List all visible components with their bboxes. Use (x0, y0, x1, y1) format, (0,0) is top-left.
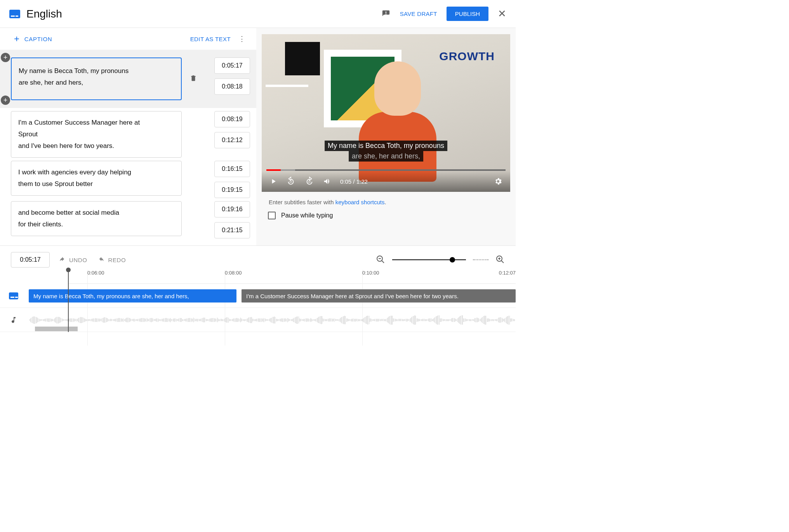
horizontal-scrollbar[interactable] (35, 327, 78, 331)
time-column: 0:19:16 0:21:15 (214, 201, 250, 238)
audio-track-body[interactable] (27, 308, 516, 332)
caption-overlay: My name is Becca Toth, my pronouns are s… (325, 141, 447, 162)
save-draft-button[interactable]: SAVE DRAFT (400, 10, 437, 17)
add-caption-above-button[interactable]: + (1, 53, 10, 62)
zoom-out-button[interactable] (376, 255, 385, 265)
keyboard-hint: Enter subtitles faster with keyboard sho… (256, 192, 516, 209)
zoom-controls (376, 255, 505, 265)
cc-line-1: My name is Becca Toth, my pronouns (325, 141, 447, 151)
add-caption-below-button[interactable]: + (1, 96, 10, 105)
header: English SAVE DRAFT PUBLISH ✕ (0, 0, 516, 28)
add-caption-button[interactable]: + CAPTION (14, 33, 52, 44)
redo-button[interactable]: REDO (97, 257, 126, 263)
caption-clip[interactable]: My name is Becca Toth, my pronouns are s… (29, 289, 236, 303)
more-options-button[interactable]: ⋮ (238, 35, 245, 43)
timeline-toolbar: 0:05:17 UNDO REDO (0, 250, 516, 270)
start-time-input[interactable]: 0:16:15 (214, 161, 250, 177)
zoom-in-button[interactable] (495, 255, 505, 265)
pause-while-typing-label: Pause while typing (281, 212, 333, 219)
end-time-input[interactable]: 0:19:15 (214, 182, 250, 198)
forward-10-button[interactable]: 10 (304, 176, 315, 186)
publish-button[interactable]: PUBLISH (447, 7, 488, 21)
svg-line-6 (501, 261, 504, 263)
video-controls: 10 10 0:05 / 1:22 (262, 171, 510, 192)
subtitles-icon (9, 10, 20, 18)
time-column: 0:08:19 0:12:12 (214, 111, 250, 148)
video-frame: GROWTH (262, 34, 510, 192)
time-column: 0:05:17 0:08:18 (214, 57, 250, 95)
subtitles-track-icon (0, 292, 27, 299)
end-time-input[interactable]: 0:08:18 (214, 78, 250, 95)
timeline-ruler[interactable]: 0:06:00 0:08:00 0:10:00 0:12:07 (68, 270, 516, 284)
keyboard-shortcuts-link[interactable]: keyboard shortcuts (335, 199, 385, 205)
ruler-mark: 0:08:00 (225, 270, 242, 276)
undo-redo-group: UNDO REDO (58, 257, 126, 263)
caption-row: and become better at social media for th… (11, 201, 250, 238)
close-button[interactable]: ✕ (498, 8, 506, 20)
svg-text:10: 10 (308, 181, 311, 183)
caption-text-input[interactable]: I work with agencies every day helping t… (11, 161, 182, 196)
caption-row: + + My name is Becca Toth, my pronouns a… (0, 50, 256, 108)
caption-row: I work with agencies every day helping t… (11, 161, 250, 198)
caption-text-input[interactable]: and become better at social media for th… (11, 201, 182, 236)
end-time-input[interactable]: 0:12:12 (214, 132, 250, 148)
rewind-10-button[interactable]: 10 (286, 176, 296, 186)
time-column: 0:16:15 0:19:15 (214, 161, 250, 198)
svg-line-3 (382, 261, 384, 263)
right-panel: GROWTH My name is Becca Toth, my pronoun… (256, 28, 516, 245)
edit-as-text-button[interactable]: EDIT AS TEXT (190, 36, 231, 42)
play-button[interactable] (269, 177, 277, 185)
start-time-input[interactable]: 0:08:19 (214, 111, 250, 127)
timeline: 0:05:17 UNDO REDO 0:06:00 0:08:00 0:10:0… (0, 245, 516, 348)
left-panel: + CAPTION EDIT AS TEXT ⋮ + + My name is … (0, 28, 256, 245)
page-title: English (26, 8, 62, 20)
caption-text-input[interactable]: My name is Becca Toth, my pronouns are s… (11, 57, 182, 100)
pause-while-typing-row: Pause while typing (256, 209, 516, 223)
timeline-current-time[interactable]: 0:05:17 (11, 252, 50, 268)
caption-clip[interactable]: I'm a Customer Success Manager here at S… (242, 289, 516, 303)
ruler-mark: 0:06:00 (87, 270, 104, 276)
main: + CAPTION EDIT AS TEXT ⋮ + + My name is … (0, 28, 516, 245)
caption-row: I'm a Customer Success Manager here at S… (11, 111, 250, 158)
zoom-slider[interactable] (392, 259, 466, 260)
plus-icon: + (14, 33, 20, 44)
captions-track: My name is Becca Toth, my pronouns are s… (0, 284, 516, 308)
add-caption-label: CAPTION (24, 36, 52, 42)
playhead[interactable] (68, 270, 69, 332)
captions-list[interactable]: + + My name is Becca Toth, my pronouns a… (0, 50, 256, 245)
video-player[interactable]: GROWTH My name is Becca Toth, my pronoun… (262, 34, 510, 192)
left-toolbar: + CAPTION EDIT AS TEXT ⋮ (0, 28, 256, 50)
start-time-input[interactable]: 0:05:17 (214, 57, 250, 74)
timeline-tracks: My name is Becca Toth, my pronouns are s… (0, 284, 516, 332)
start-time-input[interactable]: 0:19:16 (214, 201, 250, 217)
header-actions: SAVE DRAFT PUBLISH ✕ (381, 7, 506, 21)
waveform (27, 314, 516, 326)
ruler-mark: 0:10:00 (362, 270, 379, 276)
music-note-icon (0, 315, 27, 325)
pause-while-typing-checkbox[interactable] (268, 212, 276, 219)
feedback-icon[interactable] (381, 9, 391, 19)
settings-button[interactable] (494, 177, 502, 186)
delete-caption-button[interactable] (188, 74, 199, 84)
undo-button[interactable]: UNDO (58, 257, 87, 263)
caption-text-input[interactable]: I'm a Customer Success Manager here at S… (11, 111, 182, 158)
volume-button[interactable] (323, 177, 332, 186)
svg-text:10: 10 (289, 181, 292, 183)
video-time-label: 0:05 / 1:22 (340, 178, 368, 185)
header-left: English (9, 8, 62, 20)
captions-track-body[interactable]: My name is Becca Toth, my pronouns are s… (27, 284, 516, 308)
ruler-mark: 0:12:07 (499, 270, 516, 276)
cc-line-2: are she, her and hers, (349, 151, 423, 162)
zoom-slider-extent (473, 259, 488, 260)
end-time-input[interactable]: 0:21:15 (214, 222, 250, 238)
